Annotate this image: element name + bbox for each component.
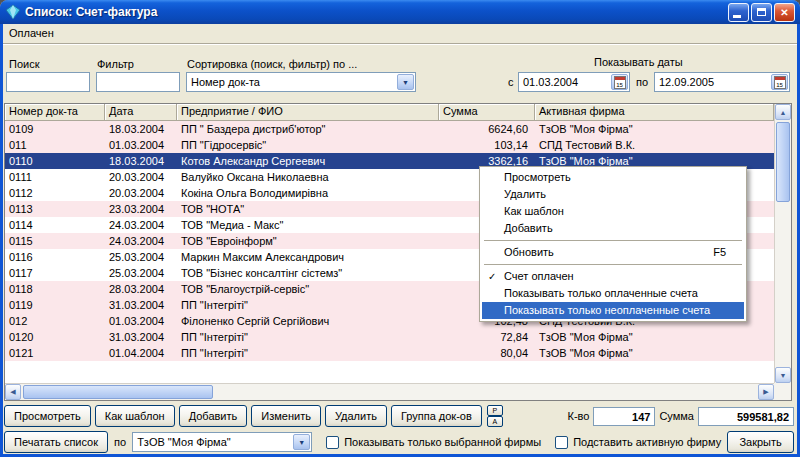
- cell-date: 01.03.2004: [105, 313, 177, 329]
- table-row[interactable]: 01101.03.2004ПП "Гідросервіс"103,14СПД Т…: [5, 137, 774, 153]
- titlebar[interactable]: Список: Счет-фактура ✕: [0, 0, 800, 24]
- horizontal-scroll-track[interactable]: [21, 384, 758, 400]
- search-input[interactable]: [7, 73, 89, 91]
- sum-label: Сумма: [659, 410, 694, 422]
- context-menu-item[interactable]: Просмотреть: [482, 169, 744, 186]
- context-menu-item[interactable]: Показывать только оплаченные счета: [482, 285, 744, 302]
- column-header-num[interactable]: Номер док-та: [5, 104, 105, 121]
- horizontal-scrollbar[interactable]: ◀ ▶: [5, 383, 774, 400]
- action-button[interactable]: Изменить: [251, 405, 321, 427]
- action-button[interactable]: Как шаблон: [95, 405, 175, 427]
- substitute-active-firm-label: Подставить активную фирму: [573, 436, 721, 448]
- action-button[interactable]: Добавить: [179, 405, 248, 427]
- horizontal-scroll-thumb[interactable]: [23, 385, 213, 399]
- firm-select[interactable]: ТзОВ "Моя Фірма" ▼: [132, 432, 312, 452]
- close-button[interactable]: Закрыть: [727, 431, 794, 453]
- context-menu-item[interactable]: Показывать только неоплаченные счета: [482, 302, 744, 319]
- menu-separator: [484, 240, 742, 241]
- scroll-left-icon[interactable]: ◀: [5, 384, 21, 400]
- cell-num: 0110: [5, 153, 105, 169]
- menu-item-label: Просмотреть: [504, 171, 571, 183]
- cell-date: 24.03.2004: [105, 233, 177, 249]
- filter-field-wrap: [96, 72, 180, 92]
- cell-num: 0120: [5, 329, 105, 345]
- cell-firm: ТзОВ "Моя Фірма": [535, 329, 774, 345]
- date-to-field[interactable]: 12.09.2005 15: [654, 72, 790, 92]
- context-menu-item[interactable]: Добавить: [482, 220, 744, 237]
- menu-item-paid[interactable]: Оплачен: [3, 25, 60, 41]
- cell-firm: ТзОВ "Моя Фірма": [535, 345, 774, 361]
- cell-date: 18.03.2004: [105, 153, 177, 169]
- cell-date: 25.03.2004: [105, 265, 177, 281]
- cell-date: 01.04.2004: [105, 345, 177, 361]
- calendar-icon[interactable]: 15: [611, 74, 628, 90]
- table-row[interactable]: 012031.03.2004ПП "Інтегріті"72,84ТзОВ "М…: [5, 329, 774, 345]
- filter-input[interactable]: [97, 73, 179, 91]
- chevron-down-icon[interactable]: ▼: [397, 74, 414, 90]
- menu-item-label: Обновить: [504, 246, 554, 258]
- sum-value: 599581,82: [698, 407, 794, 426]
- column-header-name[interactable]: Предприятие / ФИО: [177, 104, 439, 121]
- cell-num: 012: [5, 313, 105, 329]
- date-to-value: 12.09.2005: [655, 73, 789, 88]
- context-menu: ПросмотретьУдалитьКак шаблонДобавитьОбно…: [479, 166, 747, 322]
- close-window-button[interactable]: ✕: [774, 3, 795, 22]
- scroll-right-icon[interactable]: ▶: [758, 384, 774, 400]
- column-header-date[interactable]: Дата: [105, 104, 177, 121]
- cell-name: Філоненко Сергій Сергійович: [177, 313, 439, 329]
- cell-name: ПП "Інтегріті": [177, 297, 439, 313]
- print-list-button[interactable]: Печатать список: [4, 431, 108, 453]
- minimize-icon: [733, 15, 741, 18]
- only-selected-firm-option[interactable]: Показывать только выбранной фирмы: [326, 436, 541, 449]
- substitute-active-firm-option[interactable]: Подставить активную фирму: [555, 436, 721, 449]
- small-toggle-button[interactable]: Р: [487, 405, 503, 416]
- cell-num: 0117: [5, 265, 105, 281]
- sort-select[interactable]: Номер док-та ▼: [186, 72, 416, 92]
- scroll-up-icon[interactable]: ▲: [775, 104, 791, 120]
- cell-name: ТОВ "Евроінформ": [177, 233, 439, 249]
- cell-name: Валуйко Оксана Николаевна: [177, 169, 439, 185]
- table-row[interactable]: 012101.04.2004ПП "Інтегріті"80,04ТзОВ "М…: [5, 345, 774, 361]
- table-row[interactable]: 010918.03.2004ПП " Баздера дистриб'ютор"…: [5, 121, 774, 137]
- context-menu-item[interactable]: Удалить: [482, 186, 744, 203]
- cell-num: 0116: [5, 249, 105, 265]
- context-menu-item[interactable]: ✓Счет оплачен: [482, 268, 744, 285]
- minimize-button[interactable]: [728, 3, 749, 22]
- cell-firm: ТзОВ "Моя Фірма": [535, 121, 774, 137]
- cell-name: ПП "Гідросервіс": [177, 137, 439, 153]
- cell-num: 0119: [5, 297, 105, 313]
- cell-name: ТОВ "Бізнес консалтінг сістемз": [177, 265, 439, 281]
- column-header-sum[interactable]: Сумма: [439, 104, 535, 121]
- cell-date: 20.03.2004: [105, 169, 177, 185]
- sort-label: Сортировка (поиск, фильтр) по ...: [187, 58, 357, 70]
- menu-separator: [484, 264, 742, 265]
- action-button[interactable]: Удалить: [325, 405, 387, 427]
- calendar-icon[interactable]: 15: [771, 74, 788, 90]
- small-toggle-button[interactable]: А: [487, 416, 503, 427]
- substitute-active-firm-checkbox[interactable]: [555, 436, 568, 449]
- chevron-down-icon[interactable]: ▼: [293, 434, 310, 450]
- column-header-firm[interactable]: Активная фирма: [535, 104, 774, 121]
- cell-num: 0118: [5, 281, 105, 297]
- date-from-field[interactable]: 01.03.2004 15: [518, 72, 630, 92]
- vertical-scroll-track[interactable]: [775, 120, 791, 367]
- only-selected-firm-label: Показывать только выбранной фирмы: [344, 436, 541, 448]
- cell-date: 24.03.2004: [105, 217, 177, 233]
- vertical-scrollbar[interactable]: ▲ ▼: [774, 104, 791, 383]
- only-selected-firm-checkbox[interactable]: [326, 436, 339, 449]
- app-icon: [5, 4, 21, 20]
- context-menu-item[interactable]: ОбновитьF5: [482, 244, 744, 261]
- action-button[interactable]: Группа док-ов: [391, 405, 482, 427]
- cell-num: 0121: [5, 345, 105, 361]
- cell-date: 01.03.2004: [105, 137, 177, 153]
- cell-num: 0115: [5, 233, 105, 249]
- scroll-down-icon[interactable]: ▼: [775, 367, 791, 383]
- context-menu-item[interactable]: Как шаблон: [482, 203, 744, 220]
- maximize-button[interactable]: [751, 3, 772, 22]
- action-button[interactable]: Просмотреть: [4, 405, 91, 427]
- firm-select-value: ТзОВ "Моя Фірма": [133, 433, 311, 448]
- vertical-scroll-thumb[interactable]: [776, 122, 790, 202]
- cell-name: ПП "Інтегріті": [177, 329, 439, 345]
- cell-firm: СПД Тестовий В.К.: [535, 137, 774, 153]
- search-field-wrap: [6, 72, 90, 92]
